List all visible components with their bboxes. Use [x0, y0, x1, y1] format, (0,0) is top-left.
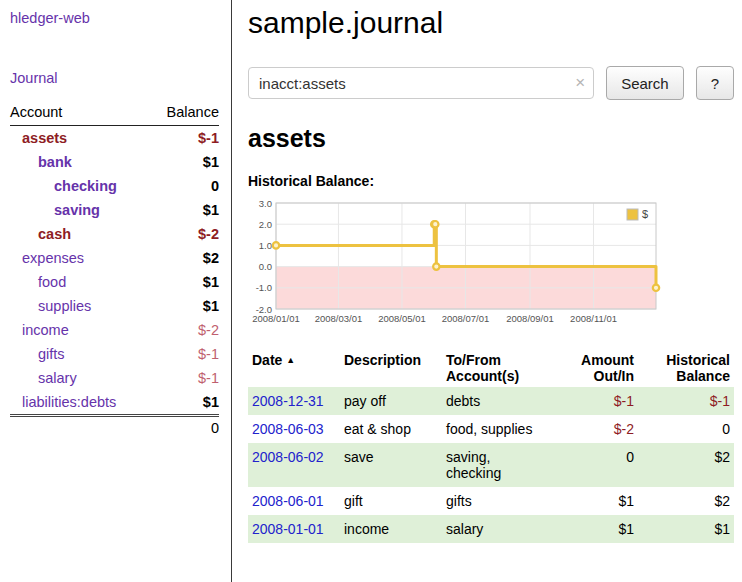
search-bar: × Search ? — [248, 66, 734, 100]
register-row: 2008-06-01giftgifts$1$2 — [248, 487, 734, 515]
accounts-total-value: 0 — [150, 416, 219, 441]
accounts-table: Account Balance assets$-1bank$1checking0… — [10, 104, 219, 440]
register-header-row: Date ▲ Description To/From Account(s) Am… — [248, 349, 734, 387]
account-balance: $-2 — [150, 318, 219, 342]
account-row: cash$-2 — [10, 222, 219, 246]
account-link[interactable]: food — [10, 270, 150, 294]
register-date-cell: 2008-01-01 — [248, 515, 340, 543]
account-balance: $-1 — [150, 366, 219, 390]
date-link[interactable]: 2008-12-31 — [252, 393, 324, 409]
register-row: 2008-06-02savesaving, checking0$2 — [248, 443, 734, 487]
balance-cell: $2 — [638, 443, 734, 487]
date-link[interactable]: 2008-06-03 — [252, 421, 324, 437]
app: hledger-web Journal Account Balance asse… — [0, 0, 742, 582]
account-balance: $1 — [150, 270, 219, 294]
account-row: checking0 — [10, 174, 219, 198]
account-link[interactable]: expenses — [10, 246, 150, 270]
account-row: gifts$-1 — [10, 342, 219, 366]
account-link[interactable]: gifts — [10, 342, 150, 366]
description-cell: pay off — [340, 387, 442, 415]
accounts-total-spacer — [10, 416, 150, 441]
account-link[interactable]: supplies — [10, 294, 150, 318]
svg-text:2008/07/01: 2008/07/01 — [442, 313, 490, 324]
amount-cell: 0 — [554, 443, 638, 487]
page-title: sample.journal — [248, 6, 734, 40]
balance-cell: 0 — [638, 415, 734, 443]
account-link[interactable]: liabilities:debts — [10, 390, 150, 416]
chart-svg: 3.02.01.00.0-1.0-2.02008/01/012008/03/01… — [248, 197, 664, 333]
account-balance: $1 — [150, 294, 219, 318]
account-balance: $-1 — [150, 126, 219, 151]
accounts-header-balance: Balance — [150, 104, 219, 126]
date-link[interactable]: 2008-06-01 — [252, 493, 324, 509]
description-cell: save — [340, 443, 442, 487]
svg-text:2008/01/01: 2008/01/01 — [252, 313, 300, 324]
svg-text:3.0: 3.0 — [259, 198, 272, 209]
accounts-cell: debts — [442, 387, 554, 415]
svg-text:2008/11/01: 2008/11/01 — [570, 313, 617, 324]
chart-title: Historical Balance: — [248, 173, 734, 189]
accounts-total-row: 0 — [10, 416, 219, 441]
date-header-label: Date — [252, 352, 282, 368]
balance-cell: $1 — [638, 515, 734, 543]
accounts-cell: salary — [442, 515, 554, 543]
svg-text:0.0: 0.0 — [259, 261, 272, 272]
accounts-header-account: Account — [10, 104, 150, 126]
balance-cell: $2 — [638, 487, 734, 515]
register-date-cell: 2008-06-01 — [248, 487, 340, 515]
account-row: liabilities:debts$1 — [10, 390, 219, 416]
help-button[interactable]: ? — [696, 66, 734, 100]
historical-balance-chart: 3.02.01.00.0-1.0-2.02008/01/012008/03/01… — [248, 197, 734, 337]
register-header-balance: Historical Balance — [638, 349, 734, 387]
amount-cell: $-1 — [554, 387, 638, 415]
accounts-cell: gifts — [442, 487, 554, 515]
account-heading: assets — [248, 124, 734, 153]
amount-cell: $1 — [554, 515, 638, 543]
accounts-cell: food, supplies — [442, 415, 554, 443]
description-cell: eat & shop — [340, 415, 442, 443]
register-header-description: Description — [340, 349, 442, 387]
svg-text:2.0: 2.0 — [259, 219, 272, 230]
account-link[interactable]: salary — [10, 366, 150, 390]
account-row: salary$-1 — [10, 366, 219, 390]
date-link[interactable]: 2008-01-01 — [252, 521, 324, 537]
description-cell: income — [340, 515, 442, 543]
account-row: assets$-1 — [10, 126, 219, 151]
main-content: sample.journal × Search ? assets Histori… — [232, 0, 742, 582]
search-button[interactable]: Search — [606, 66, 684, 100]
account-balance: $-2 — [150, 222, 219, 246]
svg-text:2008/03/01: 2008/03/01 — [315, 313, 363, 324]
register-header-date[interactable]: Date ▲ — [248, 349, 340, 387]
account-link[interactable]: saving — [10, 198, 150, 222]
search-input[interactable] — [248, 67, 594, 99]
account-balance: $2 — [150, 246, 219, 270]
date-link[interactable]: 2008-06-02 — [252, 449, 324, 465]
register-table: Date ▲ Description To/From Account(s) Am… — [248, 349, 734, 543]
accounts-cell: saving, checking — [442, 443, 554, 487]
account-balance: $1 — [150, 390, 219, 416]
register-header-amount: Amount Out/In — [554, 349, 638, 387]
account-link[interactable]: income — [10, 318, 150, 342]
account-balance: $1 — [150, 198, 219, 222]
clear-search-icon[interactable]: × — [575, 73, 585, 93]
sidebar-item-journal[interactable]: Journal — [10, 70, 219, 86]
account-row: expenses$2 — [10, 246, 219, 270]
app-title-link[interactable]: hledger-web — [10, 10, 219, 26]
account-row: food$1 — [10, 270, 219, 294]
balance-cell: $-1 — [638, 387, 734, 415]
description-cell: gift — [340, 487, 442, 515]
account-link[interactable]: cash — [10, 222, 150, 246]
register-date-cell: 2008-06-03 — [248, 415, 340, 443]
account-balance: $-1 — [150, 342, 219, 366]
account-row: saving$1 — [10, 198, 219, 222]
account-row: supplies$1 — [10, 294, 219, 318]
account-balance: $1 — [150, 150, 219, 174]
account-link[interactable]: checking — [10, 174, 150, 198]
account-link[interactable]: assets — [10, 126, 150, 151]
amount-cell: $1 — [554, 487, 638, 515]
account-link[interactable]: bank — [10, 150, 150, 174]
register-row: 2008-06-03eat & shopfood, supplies$-20 — [248, 415, 734, 443]
register-row: 2008-12-31pay offdebts$-1$-1 — [248, 387, 734, 415]
svg-text:2008/05/01: 2008/05/01 — [378, 313, 426, 324]
account-row: bank$1 — [10, 150, 219, 174]
